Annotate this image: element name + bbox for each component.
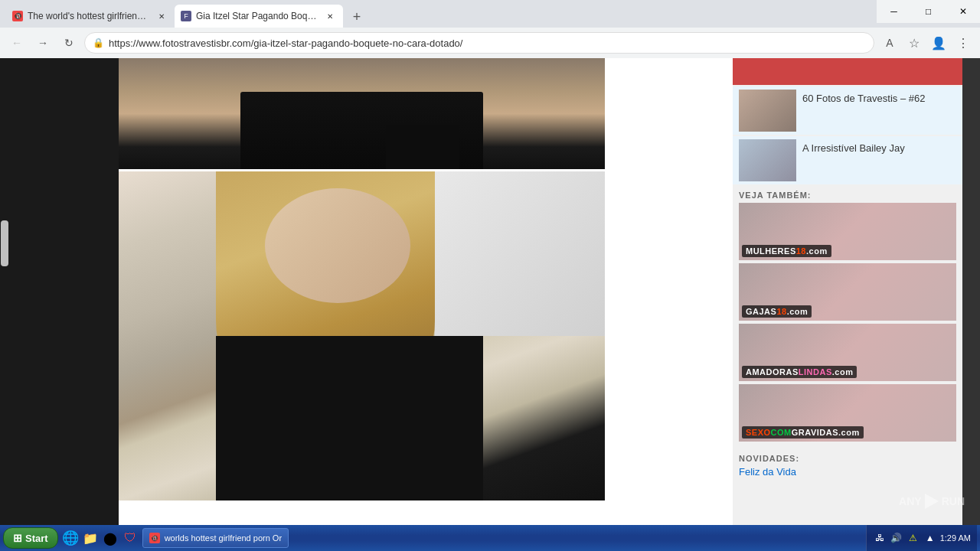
tray-network-icon[interactable]: 🖧 [873, 531, 887, 545]
ad-gajas18[interactable]: GAJAS18.com [739, 263, 956, 321]
tray-volume-icon[interactable]: 🔊 [890, 531, 903, 545]
chrome-icon[interactable]: ⬤ [101, 529, 119, 547]
sidebar-post-1-title: 60 Fotos de Travestis – #62 [802, 90, 925, 132]
ad-mulheres18[interactable]: MULHERES18.com [739, 203, 956, 260]
translate-icon[interactable]: A [879, 32, 900, 54]
ad-mulheres18-label: MULHERES18.com [742, 245, 831, 257]
main-content-area [119, 58, 733, 525]
novidades-item-1[interactable]: Feliz da Vida [739, 466, 956, 478]
back-button[interactable]: ← [6, 32, 28, 54]
novidades-section: NOVIDADES: Feliz da Vida [733, 449, 962, 482]
address-text: https://www.fotostravestisbr.com/gia-itz… [109, 37, 866, 49]
forward-button[interactable]: → [32, 32, 54, 54]
tray-arrow-icon[interactable]: ▲ [923, 531, 937, 545]
anyrun-logo: ANY RUN [899, 494, 965, 509]
sidebar-post-2-title: A Irresistível Bailey Jay [802, 139, 905, 181]
tab1-favicon: 🔞 [12, 11, 23, 21]
veja-tambem-label: VEJA TAMBÉM: [739, 191, 956, 200]
reload-button[interactable]: ↻ [58, 32, 80, 54]
maximize-button[interactable]: □ [911, 0, 946, 23]
tab1-title: The world's hottest girlfriend porn o... [28, 11, 150, 21]
new-tab-button[interactable]: + [346, 6, 368, 28]
taskbar-app1-title: worlds hottest girlfriend porn Or [165, 533, 282, 543]
app1-favicon: 🔞 [149, 533, 160, 543]
address-bar[interactable]: 🔒 https://www.fotostravestisbr.com/gia-i… [84, 32, 874, 54]
explorer-icon[interactable]: 📁 [81, 529, 100, 547]
sidebar-item-top[interactable] [733, 58, 962, 85]
main-content-image [119, 171, 605, 500]
tabs-bar: 🔞 The world's hottest girlfriend porn o.… [0, 0, 980, 28]
sidebar-post-1[interactable]: 60 Fotos de Travestis – #62 [733, 86, 962, 135]
account-icon[interactable]: 👤 [928, 32, 949, 54]
scrollbar-area [962, 58, 980, 525]
tab1-close[interactable]: ✕ [155, 9, 168, 23]
sidebar-post-2[interactable]: A Irresistível Bailey Jay [733, 136, 962, 184]
right-sidebar: 60 Fotos de Travestis – #62 A Irresistív… [733, 58, 962, 525]
tab2-close[interactable]: ✕ [323, 9, 337, 23]
sidebar-thumb-2 [739, 139, 796, 181]
tab-2[interactable]: F Gia Itzel Star Pagando Boquete no ... … [175, 5, 343, 28]
anyrun-watermark: ANY RUN [899, 494, 965, 509]
minimize-button[interactable]: ─ [877, 0, 911, 23]
start-button[interactable]: ⊞ Start [3, 527, 58, 549]
antivirus-icon[interactable]: 🛡 [121, 529, 139, 547]
bookmark-icon[interactable]: ☆ [903, 32, 925, 54]
veja-tambem-section: VEJA TAMBÉM: MULHERES18.com GAJAS18.com [733, 186, 962, 449]
scrollbar-thumb[interactable] [1, 220, 8, 266]
left-dark-area [0, 58, 119, 525]
start-label: Start [25, 533, 48, 544]
taskbar: ⊞ Start 🌐 📁 ⬤ 🛡 🔞 worlds hottest girlfri… [0, 525, 980, 551]
ad-sexocomgravidas-label: SEXOCOMGRAVIDAS.com [742, 426, 864, 439]
tray-warning-icon[interactable]: ⚠ [906, 531, 920, 545]
top-content-image [119, 58, 605, 169]
novidades-label: NOVIDADES: [739, 454, 956, 463]
ad-amadoraslindas[interactable]: AMADORASLINDAS.com [739, 324, 956, 381]
tab2-title: Gia Itzel Star Pagando Boquete no ... [196, 11, 318, 21]
nav-icons: A ☆ 👤 ⋮ [879, 32, 974, 54]
ad-sexocomgravidas[interactable]: SEXOCOMGRAVIDAS.com [739, 384, 956, 442]
sidebar-thumb-1 [739, 90, 796, 132]
tab2-favicon: F [181, 11, 191, 21]
secure-icon: 🔒 [93, 37, 104, 48]
system-tray: 🖧 🔊 ⚠ ▲ 1:29 AM [866, 525, 977, 551]
taskbar-app-1[interactable]: 🔞 worlds hottest girlfriend porn Or [142, 528, 289, 548]
nav-bar: ← → ↻ 🔒 https://www.fotostravestisbr.com… [0, 28, 980, 58]
ad-gajas18-label: GAJAS18.com [742, 305, 812, 318]
window-controls: ─ □ ✕ [877, 0, 980, 23]
system-clock: 1:29 AM [940, 533, 971, 543]
menu-icon[interactable]: ⋮ [952, 32, 974, 54]
tab-1[interactable]: 🔞 The world's hottest girlfriend porn o.… [6, 5, 175, 28]
ie-icon[interactable]: 🌐 [61, 529, 80, 547]
quicklaunch-icons: 🌐 📁 ⬤ 🛡 [61, 529, 139, 547]
ad-amadoraslindas-label: AMADORASLINDAS.com [742, 366, 857, 378]
close-button[interactable]: ✕ [946, 0, 980, 23]
page-content: 60 Fotos de Travestis – #62 A Irresistív… [0, 58, 980, 525]
browser-frame: 🔞 The world's hottest girlfriend porn o.… [0, 0, 980, 551]
